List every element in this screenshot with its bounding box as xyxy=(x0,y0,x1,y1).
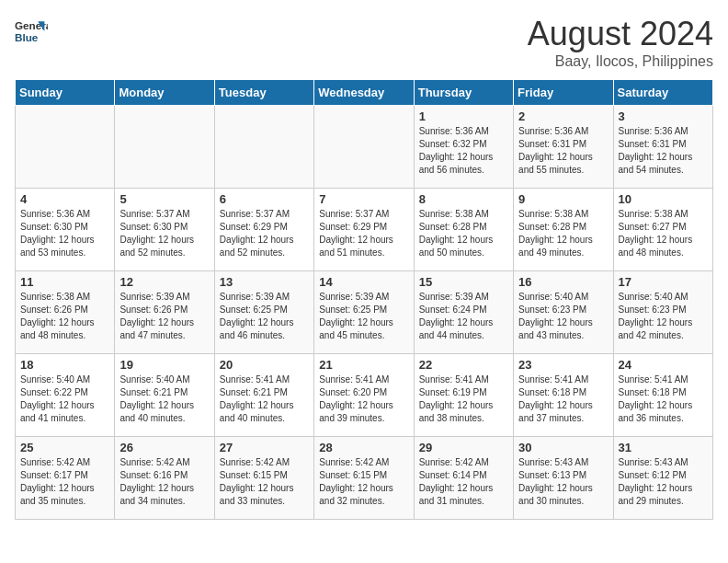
weekday-header-wednesday: Wednesday xyxy=(314,80,414,106)
day-number: 20 xyxy=(220,358,309,372)
day-info: Sunrise: 5:37 AMSunset: 6:29 PMDaylight:… xyxy=(319,208,408,259)
day-info: Sunrise: 5:41 AMSunset: 6:19 PMDaylight:… xyxy=(419,373,508,425)
calendar-week-3: 11Sunrise: 5:38 AMSunset: 6:26 PMDayligh… xyxy=(16,271,713,354)
day-number: 21 xyxy=(319,358,408,372)
day-number: 3 xyxy=(619,109,708,123)
calendar-cell: 6Sunrise: 5:37 AMSunset: 6:29 PMDaylight… xyxy=(214,189,313,271)
page-header: General Blue August 2024 Baay, Ilocos, P… xyxy=(15,15,713,70)
day-info: Sunrise: 5:39 AMSunset: 6:25 PMDaylight:… xyxy=(220,291,309,342)
day-number: 19 xyxy=(119,358,209,372)
location: Baay, Ilocos, Philippines xyxy=(528,53,713,70)
day-number: 25 xyxy=(20,441,109,454)
weekday-header-sunday: Sunday xyxy=(16,80,115,106)
day-number: 13 xyxy=(220,275,309,289)
day-info: Sunrise: 5:41 AMSunset: 6:21 PMDaylight:… xyxy=(220,373,309,425)
day-info: Sunrise: 5:38 AMSunset: 6:28 PMDaylight:… xyxy=(419,208,508,259)
day-info: Sunrise: 5:40 AMSunset: 6:21 PMDaylight:… xyxy=(119,373,209,425)
calendar-cell: 14Sunrise: 5:39 AMSunset: 6:25 PMDayligh… xyxy=(314,271,414,354)
day-info: Sunrise: 5:43 AMSunset: 6:12 PMDaylight:… xyxy=(619,456,708,508)
calendar-cell: 27Sunrise: 5:42 AMSunset: 6:15 PMDayligh… xyxy=(214,437,313,520)
day-info: Sunrise: 5:41 AMSunset: 6:18 PMDaylight:… xyxy=(518,373,608,425)
calendar-cell: 16Sunrise: 5:40 AMSunset: 6:23 PMDayligh… xyxy=(514,271,613,354)
day-info: Sunrise: 5:36 AMSunset: 6:32 PMDaylight:… xyxy=(419,125,508,177)
calendar-cell: 22Sunrise: 5:41 AMSunset: 6:19 PMDayligh… xyxy=(414,354,513,437)
month-year: August 2024 xyxy=(528,15,713,53)
calendar-week-5: 25Sunrise: 5:42 AMSunset: 6:17 PMDayligh… xyxy=(16,437,713,520)
calendar-cell: 19Sunrise: 5:40 AMSunset: 6:21 PMDayligh… xyxy=(115,354,214,437)
calendar-cell xyxy=(314,106,414,189)
day-number: 10 xyxy=(619,192,708,206)
day-number: 5 xyxy=(119,192,209,206)
day-number: 28 xyxy=(319,441,408,454)
svg-text:Blue: Blue xyxy=(15,31,39,43)
calendar-cell: 31Sunrise: 5:43 AMSunset: 6:12 PMDayligh… xyxy=(613,437,712,520)
calendar-cell: 10Sunrise: 5:38 AMSunset: 6:27 PMDayligh… xyxy=(613,189,712,271)
day-number: 26 xyxy=(119,441,209,454)
day-info: Sunrise: 5:38 AMSunset: 6:28 PMDaylight:… xyxy=(518,208,608,259)
day-info: Sunrise: 5:41 AMSunset: 6:20 PMDaylight:… xyxy=(319,373,408,425)
calendar-cell: 2Sunrise: 5:36 AMSunset: 6:31 PMDaylight… xyxy=(514,106,613,189)
weekday-header-friday: Friday xyxy=(514,80,613,106)
day-number: 6 xyxy=(220,192,309,206)
day-info: Sunrise: 5:39 AMSunset: 6:24 PMDaylight:… xyxy=(419,291,508,342)
day-number: 27 xyxy=(220,441,309,454)
day-number: 23 xyxy=(518,358,608,372)
calendar-cell xyxy=(214,106,313,189)
day-number: 2 xyxy=(518,109,608,123)
day-info: Sunrise: 5:40 AMSunset: 6:22 PMDaylight:… xyxy=(20,373,109,425)
day-info: Sunrise: 5:42 AMSunset: 6:14 PMDaylight:… xyxy=(419,456,508,508)
calendar-week-2: 4Sunrise: 5:36 AMSunset: 6:30 PMDaylight… xyxy=(16,189,713,271)
calendar-cell: 17Sunrise: 5:40 AMSunset: 6:23 PMDayligh… xyxy=(613,271,712,354)
weekday-header-monday: Monday xyxy=(115,80,214,106)
calendar-cell xyxy=(16,106,115,189)
day-info: Sunrise: 5:36 AMSunset: 6:30 PMDaylight:… xyxy=(20,208,109,259)
day-info: Sunrise: 5:43 AMSunset: 6:13 PMDaylight:… xyxy=(518,456,608,508)
day-number: 15 xyxy=(419,275,508,289)
day-number: 16 xyxy=(518,275,608,289)
day-number: 1 xyxy=(419,109,508,123)
calendar-cell: 26Sunrise: 5:42 AMSunset: 6:16 PMDayligh… xyxy=(115,437,214,520)
logo: General Blue xyxy=(15,15,48,48)
day-number: 4 xyxy=(20,192,109,206)
day-number: 7 xyxy=(319,192,408,206)
calendar-cell: 1Sunrise: 5:36 AMSunset: 6:32 PMDaylight… xyxy=(414,106,513,189)
weekday-header-thursday: Thursday xyxy=(414,80,513,106)
weekday-header-tuesday: Tuesday xyxy=(214,80,313,106)
calendar-table: SundayMondayTuesdayWednesdayThursdayFrid… xyxy=(15,79,713,520)
calendar-cell: 24Sunrise: 5:41 AMSunset: 6:18 PMDayligh… xyxy=(613,354,712,437)
calendar-cell: 21Sunrise: 5:41 AMSunset: 6:20 PMDayligh… xyxy=(314,354,414,437)
day-info: Sunrise: 5:42 AMSunset: 6:16 PMDaylight:… xyxy=(119,456,209,508)
calendar-cell: 8Sunrise: 5:38 AMSunset: 6:28 PMDaylight… xyxy=(414,189,513,271)
day-number: 9 xyxy=(518,192,608,206)
day-info: Sunrise: 5:40 AMSunset: 6:23 PMDaylight:… xyxy=(518,291,608,342)
calendar-cell: 25Sunrise: 5:42 AMSunset: 6:17 PMDayligh… xyxy=(16,437,115,520)
calendar-cell: 7Sunrise: 5:37 AMSunset: 6:29 PMDaylight… xyxy=(314,189,414,271)
calendar-week-4: 18Sunrise: 5:40 AMSunset: 6:22 PMDayligh… xyxy=(16,354,713,437)
day-number: 11 xyxy=(20,275,109,289)
day-number: 8 xyxy=(419,192,508,206)
calendar-cell: 3Sunrise: 5:36 AMSunset: 6:31 PMDaylight… xyxy=(613,106,712,189)
calendar-cell: 28Sunrise: 5:42 AMSunset: 6:15 PMDayligh… xyxy=(314,437,414,520)
day-number: 17 xyxy=(619,275,708,289)
day-info: Sunrise: 5:42 AMSunset: 6:15 PMDaylight:… xyxy=(319,456,408,508)
calendar-cell: 30Sunrise: 5:43 AMSunset: 6:13 PMDayligh… xyxy=(514,437,613,520)
calendar-cell xyxy=(115,106,214,189)
logo-icon: General Blue xyxy=(15,15,48,48)
calendar-cell: 9Sunrise: 5:38 AMSunset: 6:28 PMDaylight… xyxy=(514,189,613,271)
day-number: 29 xyxy=(419,441,508,454)
title-block: August 2024 Baay, Ilocos, Philippines xyxy=(528,15,713,70)
day-info: Sunrise: 5:42 AMSunset: 6:17 PMDaylight:… xyxy=(20,456,109,508)
day-info: Sunrise: 5:38 AMSunset: 6:27 PMDaylight:… xyxy=(619,208,708,259)
day-info: Sunrise: 5:41 AMSunset: 6:18 PMDaylight:… xyxy=(619,373,708,425)
calendar-cell: 5Sunrise: 5:37 AMSunset: 6:30 PMDaylight… xyxy=(115,189,214,271)
day-info: Sunrise: 5:39 AMSunset: 6:25 PMDaylight:… xyxy=(319,291,408,342)
calendar-cell: 13Sunrise: 5:39 AMSunset: 6:25 PMDayligh… xyxy=(214,271,313,354)
calendar-cell: 4Sunrise: 5:36 AMSunset: 6:30 PMDaylight… xyxy=(16,189,115,271)
weekday-header-saturday: Saturday xyxy=(613,80,712,106)
calendar-cell: 18Sunrise: 5:40 AMSunset: 6:22 PMDayligh… xyxy=(16,354,115,437)
day-number: 18 xyxy=(20,358,109,372)
calendar-cell: 29Sunrise: 5:42 AMSunset: 6:14 PMDayligh… xyxy=(414,437,513,520)
day-number: 12 xyxy=(119,275,209,289)
calendar-cell: 23Sunrise: 5:41 AMSunset: 6:18 PMDayligh… xyxy=(514,354,613,437)
weekday-header-row: SundayMondayTuesdayWednesdayThursdayFrid… xyxy=(16,80,713,106)
